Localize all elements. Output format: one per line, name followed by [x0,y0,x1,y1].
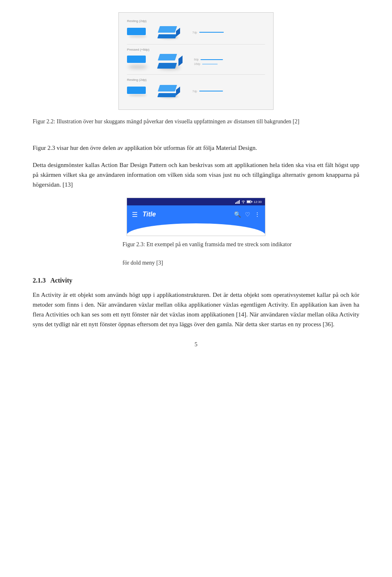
status-icons: 12:30 [235,200,262,204]
action-bar-box: 12:30 ☰ Title 🔍 ♡ ⋮ [127,198,265,236]
status-time: 12:30 [254,200,262,204]
figure-22-caption-section: Figur 2.2: Illustration över hur skuggan… [33,117,359,133]
illus-divider-2 [127,74,265,75]
section-title-213: Activity [50,277,72,284]
figure-23-caption-container: Figur 2.3: Ett exempel på en vanlig fram… [122,240,359,267]
illus-label-pressed: Pressed (+6dp) [127,48,265,51]
wave-bottom [127,223,265,236]
page-content: Resting (2dp) [0,0,392,372]
more-icon[interactable]: ⋮ [254,211,260,218]
wifi-icon [241,200,245,203]
svg-rect-6 [252,201,252,203]
battery-icon [247,200,252,203]
svg-rect-3 [239,200,240,204]
hamburger-icon[interactable]: ☰ [132,211,138,218]
svg-rect-1 [236,202,237,204]
page-number: 5 [33,341,359,348]
app-bar-title: Title [143,211,229,218]
illus-row-pressed: 8dp 16dp [127,54,265,69]
signal-icon [235,200,240,204]
illus-row-resting1: 7dp [127,25,265,39]
body-text-2: Detta designmönster kallas Action Bar De… [33,160,359,189]
illus-row-resting2: 7dp [127,84,265,98]
illustration-box: Resting (2dp) [118,12,274,110]
figure-23-caption-line2: för dold meny [3] [122,258,359,267]
illus-section-resting1: Resting (2dp) [127,19,265,39]
wave-container [127,223,265,236]
svg-rect-2 [238,201,238,204]
figure-22-caption-left: Figur 2.2: Illustration över hur skuggan… [33,117,299,133]
illus-label-resting2: Resting (2dp) [127,78,265,82]
figure-23-illustration: 12:30 ☰ Title 🔍 ♡ ⋮ [33,198,359,236]
app-bar: ☰ Title 🔍 ♡ ⋮ [127,205,265,223]
svg-rect-0 [235,203,236,204]
illus-section-pressed: Pressed (+6dp) [127,48,265,69]
figure-23-caption-line1: Figur 2.3: Ett exempel på en vanlig fram… [122,240,359,249]
figure-22-illustration: Resting (2dp) [33,12,359,110]
body-text-3: En Activity är ett objekt som används hö… [33,290,359,329]
status-bar: 12:30 [127,198,265,205]
section-number-213: 2.1.3 [33,277,46,284]
section-heading-213: 2.1.3 Activity [33,277,359,284]
illus-divider-1 [127,44,265,45]
illus-label-resting1: Resting (2dp) [127,19,265,23]
body-text-1: Figur 2.3 visar hur den övre delen av ap… [33,143,359,153]
heart-icon[interactable]: ♡ [245,211,250,218]
figure-22-caption: Figur 2.2: Illustration över hur skuggan… [33,117,299,126]
illus-section-resting2: Resting (2dp) 7dp [127,78,265,98]
app-bar-icons: 🔍 ♡ ⋮ [234,211,260,218]
svg-rect-5 [247,201,250,203]
search-icon[interactable]: 🔍 [234,211,241,218]
